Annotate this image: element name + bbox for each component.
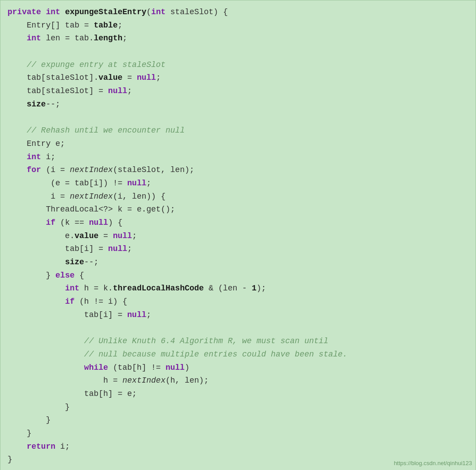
keyword-null-2: null [108, 86, 127, 95]
keyword-private: private [8, 8, 41, 16]
method-nextindex-1: nextIndex [70, 165, 113, 174]
comment-2: // Rehash until we encounter null [27, 126, 184, 135]
field-table: table [94, 21, 117, 30]
keyword-int-param: int [151, 8, 165, 16]
field-threadlocalhashcode: threadLocalHashCode [113, 284, 204, 293]
method-nextindex-2: nextIndex [70, 192, 113, 201]
keyword-while: while [84, 363, 108, 372]
keyword-if-1: if [46, 218, 55, 227]
keyword-int-1: int [46, 8, 60, 16]
comment-3: // Unlike Knuth 6.4 Algorithm R, we must… [84, 337, 328, 345]
keyword-int-4: int [65, 284, 79, 293]
keyword-null-8: null [165, 363, 184, 372]
field-value-1: value [98, 73, 122, 82]
keyword-null-5: null [113, 231, 132, 240]
number-1: 1 [252, 284, 257, 293]
keyword-return: return [27, 442, 55, 451]
code-container: private int expungeStaleEntry(int staleS… [0, 0, 476, 470]
method-name: expungeStaleEntry [65, 8, 147, 16]
keyword-null-4: null [89, 218, 108, 227]
keyword-int-3: int [27, 153, 41, 161]
keyword-for: for [27, 165, 41, 174]
field-length: length [94, 34, 122, 43]
code-block: private int expungeStaleEntry(int staleS… [8, 6, 468, 466]
keyword-null-7: null [127, 310, 146, 319]
keyword-null-6: null [108, 244, 127, 253]
field-size-1: size [27, 100, 46, 109]
comment-4: // null because multiple entries could h… [84, 350, 347, 359]
field-value-2: value [74, 231, 98, 240]
keyword-null-3: null [127, 179, 146, 188]
comment-1: // expunge entry at staleSlot [27, 60, 165, 69]
keyword-else: else [55, 271, 74, 280]
keyword-if-2: if [65, 297, 75, 306]
keyword-null-1: null [137, 73, 156, 82]
method-nextindex-3: nextIndex [122, 376, 165, 385]
watermark: https://blog.csdn.net/qinhui123 [394, 459, 472, 468]
keyword-int-2: int [27, 34, 41, 43]
field-size-2: size [65, 258, 84, 266]
